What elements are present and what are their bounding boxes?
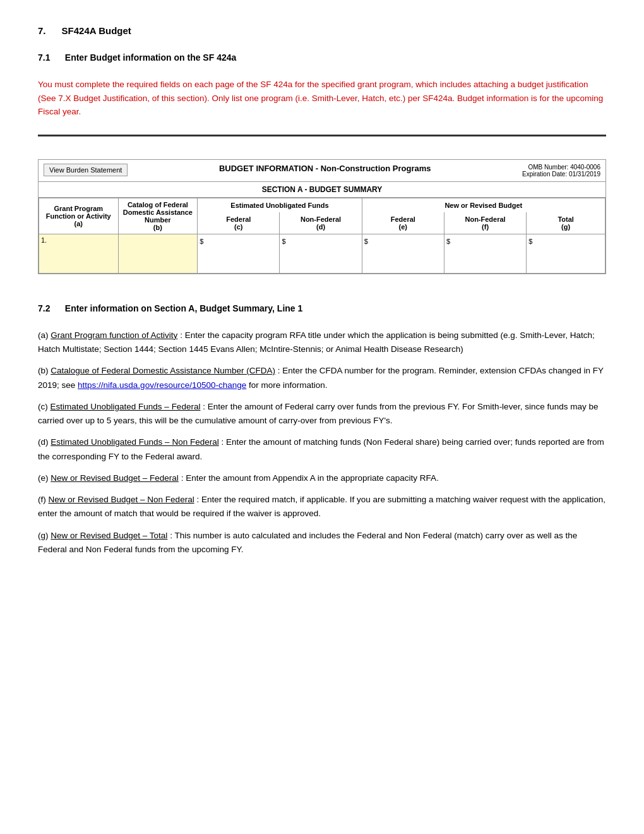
divider xyxy=(38,135,606,136)
new-federal-input[interactable] xyxy=(369,236,432,271)
omb-info: OMB Number: 4040-0006 Expiration Date: 0… xyxy=(522,164,600,178)
section72-body: (a) Grant Program function of Activity :… xyxy=(38,329,606,557)
est-nonfederal-input[interactable] xyxy=(287,236,350,271)
row1-label-cell: 1. xyxy=(39,234,119,273)
budget-form-header: View Burden Statement BUDGET INFORMATION… xyxy=(39,160,605,182)
row1-total-cell[interactable]: $ xyxy=(527,234,605,273)
est-federal-input[interactable] xyxy=(205,236,267,271)
section72-heading: 7.2 Enter information on Section A, Budg… xyxy=(38,303,606,313)
budget-table: Grant Program Function or Activity (a) C… xyxy=(39,198,605,274)
total-input[interactable] xyxy=(534,236,593,271)
para-e: (e) New or Revised Budget – Federal : En… xyxy=(38,471,606,485)
para-d: (d) Estimated Unobligated Funds – Non Fe… xyxy=(38,435,606,464)
row1-catalog-cell[interactable] xyxy=(118,234,198,273)
new-nonfederal-input[interactable] xyxy=(451,236,514,271)
red-notice: You must complete the required fields on… xyxy=(38,78,606,119)
col-grant-header: Grant Program Function or Activity (a) xyxy=(39,198,119,234)
para-c: (c) Estimated Unobligated Funds – Federa… xyxy=(38,400,606,428)
cfda-link[interactable]: https://nifa.usda.gov/resource/10500-cha… xyxy=(78,380,246,390)
row1-est-federal-cell[interactable]: $ xyxy=(198,234,280,273)
col-catalog-header: Catalog of Federal Domestic Assistance N… xyxy=(118,198,198,234)
table-row: 1. $ $ $ $ xyxy=(39,234,605,273)
para-g: (g) New or Revised Budget – Total : This… xyxy=(38,529,606,557)
para-a: (a) Grant Program function of Activity :… xyxy=(38,329,606,357)
col-est-nonfederal-header: Non-Federal (d) xyxy=(280,212,362,234)
col-new-nonfederal-header: Non-Federal (f) xyxy=(444,212,526,234)
para-f: (f) New or Revised Budget – Non Federal … xyxy=(38,493,606,521)
budget-form: View Burden Statement BUDGET INFORMATION… xyxy=(38,159,606,274)
col-new-rev-header: New or Revised Budget xyxy=(362,198,605,212)
budget-form-title: BUDGET INFORMATION - Non-Construction Pr… xyxy=(128,164,522,173)
view-burden-button[interactable]: View Burden Statement xyxy=(44,164,128,176)
section7-heading: 7. SF424A Budget xyxy=(38,25,606,36)
col-total-header: Total (g) xyxy=(527,212,605,234)
section71-heading: 7.1 Enter Budget information on the SF 4… xyxy=(38,52,606,63)
section-a-title: SECTION A - BUDGET SUMMARY xyxy=(39,182,605,198)
row1-new-federal-cell[interactable]: $ xyxy=(362,234,444,273)
col-est-federal-header: Federal (c) xyxy=(198,212,280,234)
catalog-input[interactable] xyxy=(121,236,196,271)
col-new-federal-header: Federal (e) xyxy=(362,212,444,234)
row1-est-nonfederal-cell[interactable]: $ xyxy=(280,234,362,273)
col-est-unob-header: Estimated Unobligated Funds xyxy=(198,198,362,212)
col-header-top-row: Grant Program Function or Activity (a) C… xyxy=(39,198,605,212)
para-b: (b) Catalogue of Federal Domestic Assist… xyxy=(38,364,606,392)
row1-new-nonfederal-cell[interactable]: $ xyxy=(444,234,526,273)
